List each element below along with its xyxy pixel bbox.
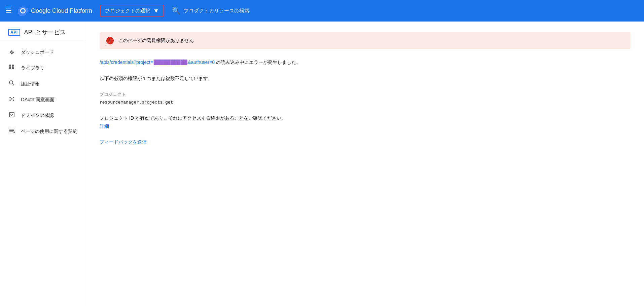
permission-intro-text: 以下の必須の権限が１つまたは複数不足しています。: [100, 76, 213, 81]
permission-category-label: プロジェクト: [100, 91, 631, 98]
access-confirm-block: プロジェクト ID が有効であり、それにアクセスする権限があることをご確認くださ…: [100, 114, 631, 130]
domain-icon: [8, 112, 15, 119]
svg-point-7: [9, 97, 11, 98]
svg-point-8: [13, 97, 14, 98]
svg-point-10: [13, 100, 14, 101]
top-nav: ☰ Google Cloud Platform プロジェクトの選択 ▼ 🔍 プロ…: [0, 0, 644, 22]
svg-rect-3: [12, 67, 14, 69]
permission-intro-block: 以下の必須の権限が１つまたは複数不足しています。: [100, 75, 631, 83]
api-badge: API: [8, 29, 20, 36]
sidebar: API API とサービス ❖ ダッシュボード ライブラリ 認証情報: [0, 22, 86, 306]
menu-icon[interactable]: ☰: [5, 7, 12, 14]
svg-point-4: [9, 81, 13, 84]
sidebar-item-credentials[interactable]: 認証情報: [0, 76, 86, 92]
error-icon: !: [106, 37, 114, 44]
sidebar-item-label: ページの使用に関する契約: [21, 128, 77, 135]
feedback-block: フィードバックを送信: [100, 138, 631, 146]
sidebar-item-label: ライブラリ: [21, 65, 44, 71]
search-placeholder[interactable]: プロダクトとリソースの検索: [184, 8, 249, 14]
sidebar-item-label: 認証情報: [21, 81, 40, 87]
sidebar-item-pageusage[interactable]: ページの使用に関する契約: [0, 123, 86, 139]
error-detail-link[interactable]: /apis/credentials?project=██████████&aut…: [100, 60, 216, 65]
error-banner: ! このページの閲覧権限がありません: [100, 32, 631, 49]
svg-rect-0: [9, 65, 11, 67]
sidebar-nav: ❖ ダッシュボード ライブラリ 認証情報 OAuth 同意画面: [0, 42, 86, 142]
access-confirm-text: プロジェクト ID が有効であり、それにアクセスする権限があることをご確認くださ…: [100, 115, 286, 121]
svg-point-9: [9, 100, 11, 101]
svg-rect-6: [13, 84, 14, 85]
dashboard-icon: ❖: [8, 49, 15, 56]
sidebar-header: API API とサービス: [0, 22, 86, 42]
pageusage-icon: [8, 127, 15, 135]
project-selector-label: プロジェクトの選択: [105, 8, 150, 14]
error-link-after: の読み込み中にエラーが発生しました。: [216, 60, 301, 65]
permission-detail-block: プロジェクト resourcemanager.projects.get: [100, 91, 631, 106]
sidebar-item-label: OAuth 同意画面: [21, 97, 55, 103]
sidebar-item-label: ダッシュボード: [21, 49, 54, 55]
oauth-icon: [8, 96, 15, 104]
main-content: ! このページの閲覧権限がありません /apis/credentials?pro…: [86, 22, 644, 306]
svg-rect-2: [9, 67, 11, 69]
error-link-blurred: ██████████: [153, 60, 188, 65]
app-title: Google Cloud Platform: [31, 7, 92, 14]
sidebar-item-label: ドメインの確認: [21, 113, 54, 119]
search-icon: 🔍: [172, 7, 180, 15]
permission-value: resourcemanager.projects.get: [100, 99, 631, 106]
sidebar-item-oauth[interactable]: OAuth 同意画面: [0, 92, 86, 108]
svg-rect-1: [12, 65, 14, 67]
error-detail-block: /apis/credentials?project=██████████&aut…: [100, 59, 631, 67]
svg-point-11: [11, 98, 12, 100]
error-link-suffix: &authuser=0: [188, 60, 215, 65]
sidebar-title: API とサービス: [24, 28, 66, 36]
error-banner-text: このページの閲覧権限がありません: [118, 38, 194, 44]
app-logo: Google Cloud Platform: [17, 5, 92, 16]
sidebar-item-dashboard[interactable]: ❖ ダッシュボード: [0, 45, 86, 60]
project-selector-button[interactable]: プロジェクトの選択 ▼: [100, 5, 164, 17]
chevron-down-icon: ▼: [153, 7, 159, 14]
gcp-logo-icon: [17, 5, 28, 16]
sidebar-item-library[interactable]: ライブラリ: [0, 60, 86, 76]
feedback-link[interactable]: フィードバックを送信: [100, 139, 147, 145]
layout: API API とサービス ❖ ダッシュボード ライブラリ 認証情報: [0, 22, 644, 306]
details-link[interactable]: 詳細: [100, 123, 109, 129]
sidebar-item-domain[interactable]: ドメインの確認: [0, 108, 86, 123]
credentials-icon: [8, 80, 15, 88]
library-icon: [8, 64, 15, 72]
error-link-text: /apis/credentials?project=: [100, 60, 153, 65]
search-bar: 🔍 プロダクトとリソースの検索: [172, 7, 639, 15]
